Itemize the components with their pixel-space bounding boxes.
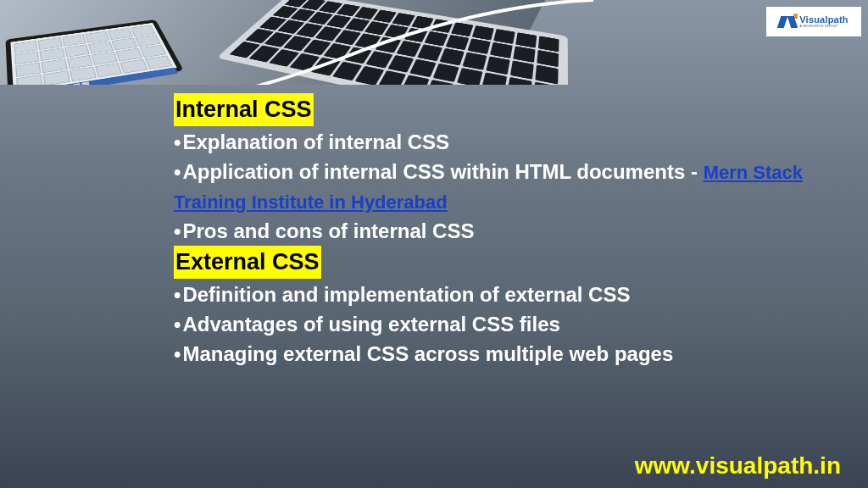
bullet-item: Application of internal CSS within HTML … <box>174 158 843 217</box>
bullet-text-prefix: Application of internal CSS within HTML … <box>182 160 703 183</box>
heading-internal-css: Internal CSS <box>174 93 314 126</box>
bullet-item: Managing external CSS across multiple we… <box>174 340 843 369</box>
slide-content: Internal CSS Explanation of internal CSS… <box>174 93 843 369</box>
bullet-item: Explanation of internal CSS <box>174 128 843 158</box>
banner-image <box>0 0 868 85</box>
logo-tagline: A RESOURCE GROUP <box>799 25 848 28</box>
bullet-item: Advantages of using external CSS files <box>174 310 843 340</box>
heading-external-css: External CSS <box>174 246 321 279</box>
bullet-item: Pros and cons of internal CSS <box>174 217 843 247</box>
bullet-item: Definition and implementation of externa… <box>174 280 843 310</box>
footer-website-url: www.visualpath.in <box>635 452 841 480</box>
logo-mark-icon <box>779 14 796 30</box>
brand-logo: Visualpath A RESOURCE GROUP <box>766 7 861 36</box>
